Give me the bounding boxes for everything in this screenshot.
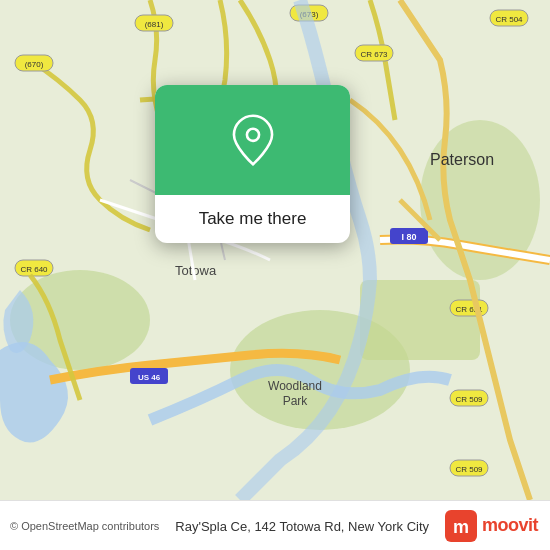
svg-text:I 80: I 80 — [401, 232, 416, 242]
osm-attribution: © OpenStreetMap contributors — [10, 520, 159, 532]
popup-button-area[interactable]: Take me there — [155, 195, 350, 243]
svg-text:(670): (670) — [25, 60, 44, 69]
svg-text:CR 504: CR 504 — [495, 15, 523, 24]
location-popup: Take me there — [155, 85, 350, 243]
bottom-bar: © OpenStreetMap contributors Ray'Spla Ce… — [0, 500, 550, 550]
location-pin-icon — [227, 114, 279, 166]
svg-text:Woodland: Woodland — [268, 379, 322, 393]
svg-text:m: m — [453, 517, 469, 537]
svg-text:(681): (681) — [145, 20, 164, 29]
svg-text:CR 640: CR 640 — [20, 265, 48, 274]
svg-text:US 46: US 46 — [138, 373, 161, 382]
svg-text:Totowa: Totowa — [175, 263, 217, 278]
address-text: Ray'Spla Ce, 142 Totowa Rd, New York Cit… — [175, 519, 429, 534]
take-me-there-button[interactable]: Take me there — [171, 209, 334, 229]
svg-text:CR 673: CR 673 — [360, 50, 388, 59]
bottom-left-section: © OpenStreetMap contributors — [10, 520, 159, 532]
svg-text:CR 509: CR 509 — [455, 465, 483, 474]
svg-text:CR 509: CR 509 — [455, 395, 483, 404]
moovit-icon: m — [445, 510, 477, 542]
svg-text:Paterson: Paterson — [430, 151, 494, 168]
address-section: Ray'Spla Ce, 142 Totowa Rd, New York Cit… — [175, 517, 429, 535]
svg-text:Park: Park — [283, 394, 309, 408]
svg-point-33 — [246, 129, 258, 141]
popup-header — [155, 85, 350, 195]
map-container: I 80 US 46 (670) (681) (673) CR 504 CR 6… — [0, 0, 550, 500]
svg-rect-4 — [360, 280, 480, 360]
moovit-logo: m moovit — [445, 510, 538, 542]
moovit-text: moovit — [482, 515, 538, 536]
